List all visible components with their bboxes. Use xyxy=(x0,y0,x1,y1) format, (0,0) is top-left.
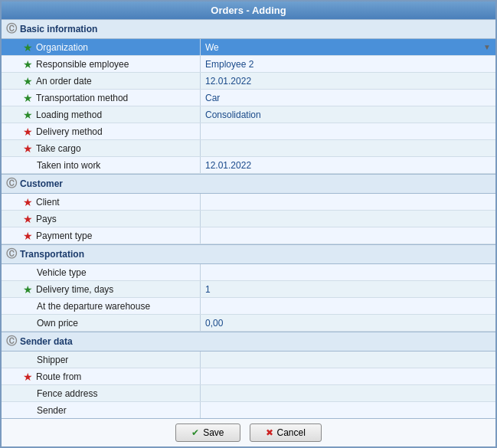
section-header-basic-information[interactable]: ⒸBasic information xyxy=(2,19,495,39)
form-row[interactable]: Fence address xyxy=(2,385,495,402)
label-cell: ★Take cargo xyxy=(2,140,201,156)
field-input[interactable] xyxy=(205,318,491,329)
form-row[interactable]: ★Transportation method xyxy=(2,90,495,106)
field-input[interactable] xyxy=(205,355,491,365)
form-row[interactable]: ★Delivery time, days xyxy=(2,281,495,298)
value-cell[interactable]: We▼ xyxy=(201,39,495,55)
value-cell[interactable] xyxy=(201,315,495,331)
field-input[interactable] xyxy=(205,160,491,171)
value-cell[interactable] xyxy=(201,298,495,314)
form-row[interactable]: Shipper xyxy=(2,352,495,368)
value-cell[interactable] xyxy=(201,194,495,210)
value-cell[interactable] xyxy=(201,123,495,139)
field-label: Delivery time, days xyxy=(36,284,113,295)
field-label: Client xyxy=(36,197,60,208)
collapse-icon: Ⓒ xyxy=(6,335,17,348)
orders-dialog: Orders - Adding ⒸBasic information★Organ… xyxy=(0,0,497,448)
star-green-icon: ★ xyxy=(23,284,33,295)
field-input[interactable] xyxy=(205,143,491,154)
field-input[interactable] xyxy=(205,371,491,382)
save-button[interactable]: ✔ Save xyxy=(175,423,240,442)
field-label: Own price xyxy=(37,318,78,329)
label-cell: ★Delivery method xyxy=(2,123,201,139)
dialog-title: Orders - Adding xyxy=(2,2,495,19)
value-cell[interactable] xyxy=(201,157,495,173)
form-row[interactable]: At the departure warehouse xyxy=(2,298,495,315)
value-cell[interactable] xyxy=(201,385,495,401)
form-row[interactable]: ★Client xyxy=(2,194,495,211)
collapse-icon: Ⓒ xyxy=(6,22,17,36)
value-cell[interactable] xyxy=(201,56,495,72)
section-label: Customer xyxy=(20,178,63,189)
label-cell: ★Client xyxy=(2,194,201,210)
collapse-icon: Ⓒ xyxy=(6,177,17,191)
star-red-icon: ★ xyxy=(23,197,33,208)
dropdown-field[interactable]: We▼ xyxy=(205,42,491,53)
field-label: Vehicle type xyxy=(37,267,87,278)
field-label: Delivery method xyxy=(36,126,103,137)
field-input[interactable] xyxy=(205,267,491,278)
field-label: Responsible employee xyxy=(36,59,129,70)
value-cell[interactable] xyxy=(201,140,495,156)
section-label: Transportation xyxy=(20,249,84,260)
form-row[interactable]: Sender xyxy=(2,402,495,418)
save-label: Save xyxy=(203,427,224,438)
form-row[interactable]: ★Payment type xyxy=(2,227,495,244)
value-cell[interactable] xyxy=(201,227,495,244)
field-input[interactable] xyxy=(205,301,491,312)
label-cell: ★Loading method xyxy=(2,106,201,123)
value-cell[interactable] xyxy=(201,352,495,368)
field-input[interactable] xyxy=(205,405,491,416)
value-cell[interactable] xyxy=(201,281,495,297)
form-row[interactable]: ★Take cargo xyxy=(2,140,495,157)
form-row[interactable]: ★Delivery method xyxy=(2,123,495,140)
form-row[interactable]: ★Responsible employee xyxy=(2,56,495,73)
value-cell[interactable] xyxy=(201,402,495,418)
section-header-transportation[interactable]: ⒸTransportation xyxy=(2,244,495,264)
value-cell[interactable] xyxy=(201,106,495,123)
field-input[interactable] xyxy=(205,110,491,120)
star-green-icon: ★ xyxy=(23,42,33,53)
section-label: Sender data xyxy=(20,336,73,347)
form-row[interactable]: Vehicle type xyxy=(2,264,495,281)
field-input[interactable] xyxy=(205,284,491,295)
field-label: Route from xyxy=(36,371,81,382)
value-cell[interactable] xyxy=(201,73,495,89)
form-row[interactable]: ★Route from xyxy=(2,368,495,385)
field-input[interactable] xyxy=(205,214,491,224)
label-cell: ★Transportation method xyxy=(2,90,201,106)
form-row[interactable]: ★Loading method xyxy=(2,106,495,123)
field-input[interactable] xyxy=(205,59,491,70)
field-label: Loading method xyxy=(36,110,102,120)
form-row[interactable]: Taken into work xyxy=(2,157,495,174)
value-cell[interactable] xyxy=(201,211,495,227)
cancel-button[interactable]: ✖ Cancel xyxy=(250,423,322,442)
field-input[interactable] xyxy=(205,388,491,399)
field-input[interactable] xyxy=(205,76,491,87)
check-icon: ✔ xyxy=(191,427,199,438)
form-row[interactable]: ★OrganizationWe▼ xyxy=(2,39,495,56)
form-row[interactable]: Own price xyxy=(2,315,495,332)
field-label: An order date xyxy=(36,76,92,87)
field-input[interactable] xyxy=(205,126,491,137)
field-label: Take cargo xyxy=(36,143,81,154)
value-cell[interactable] xyxy=(201,264,495,280)
label-cell: Taken into work xyxy=(2,157,201,173)
field-input[interactable] xyxy=(205,231,491,241)
dropdown-arrow-icon[interactable]: ▼ xyxy=(483,43,491,51)
field-label: Shipper xyxy=(37,355,68,365)
field-input[interactable] xyxy=(205,197,491,208)
star-red-icon: ★ xyxy=(23,143,33,154)
form-row[interactable]: ★An order date xyxy=(2,73,495,90)
field-label: Organization xyxy=(36,42,88,53)
field-input[interactable] xyxy=(205,93,491,103)
label-cell: ★An order date xyxy=(2,73,201,89)
form-row[interactable]: ★Pays xyxy=(2,211,495,227)
cancel-label: Cancel xyxy=(277,427,306,438)
value-cell[interactable] xyxy=(201,368,495,384)
section-header-customer[interactable]: ⒸCustomer xyxy=(2,174,495,194)
label-cell: At the departure warehouse xyxy=(2,298,201,314)
section-label: Basic information xyxy=(20,24,97,34)
section-header-sender-data[interactable]: ⒸSender data xyxy=(2,332,495,352)
value-cell[interactable] xyxy=(201,90,495,106)
